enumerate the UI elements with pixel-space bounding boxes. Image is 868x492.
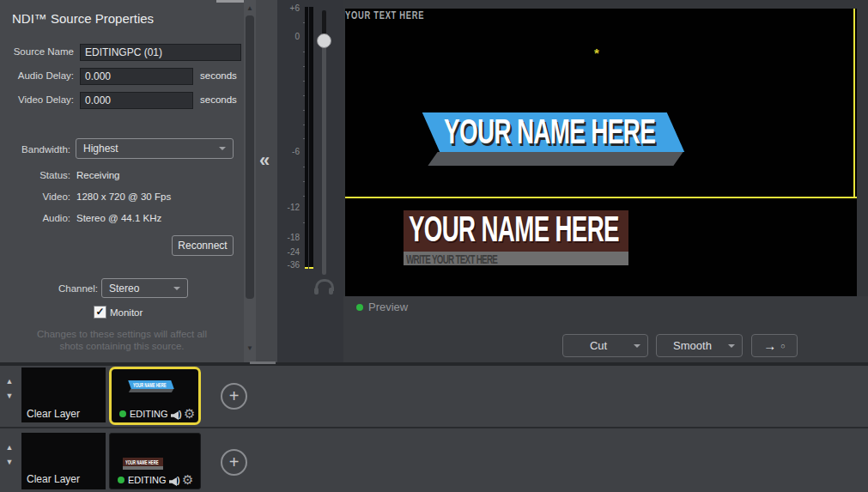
meter-label: +6 [277, 3, 300, 13]
clear-layer-shot[interactable]: Clear Layer [21, 433, 106, 489]
shot-label: EDITING [128, 475, 167, 487]
collapse-panel-icon[interactable]: « [259, 149, 270, 172]
video-info-label: Video: [0, 191, 70, 202]
scrollbar-up-icon[interactable]: ▲ [246, 4, 254, 12]
volume-slider-knob[interactable] [317, 33, 331, 48]
meter-label: -18 [277, 233, 300, 242]
video-delay-label: Video Delay: [0, 94, 74, 105]
app-window: NDI™ Source Properties Source Name Audio… [0, 0, 868, 492]
go-circle-icon: ○ [780, 342, 785, 350]
status-value: Receiving [76, 170, 120, 180]
shot-editingpc-selected[interactable]: YOUR NAME HERE EDITING ) ⚙ [109, 367, 201, 425]
volume-slider-track[interactable] [322, 39, 326, 275]
preview-label: Preview [368, 301, 408, 313]
video-delay-input[interactable] [80, 92, 193, 109]
clear-layer-label: Clear Layer [27, 408, 80, 420]
reconnect-button-label: Reconnect [178, 240, 227, 252]
audio-meter: +6 0 -6 -12 -18 -24 -36 [277, 0, 343, 362]
meter-label: -24 [277, 247, 300, 257]
meter-label: -12 [277, 203, 300, 212]
shot-editingpc[interactable]: YOUR NAME HERE EDITING ) ⚙ [109, 433, 201, 489]
meter-label: -36 [277, 260, 300, 270]
add-shot-button-layer2[interactable]: + [221, 449, 247, 476]
layer-row-divider [0, 427, 868, 428]
cut-button-label: Cut [563, 339, 634, 352]
channel-label: Channel: [24, 283, 98, 294]
audio-info-label: Audio: [0, 213, 70, 223]
blue-lower-third-subbar [428, 152, 683, 166]
transition-cut-button[interactable]: Cut [562, 334, 648, 357]
meter-label: -6 [277, 147, 300, 156]
layers-panel: ▲ ▼ Clear Layer YOUR NAME HERE EDITING )… [0, 366, 868, 492]
maroon-lower-third-title: YOUR NAME HERE [409, 212, 619, 246]
mini-maroon-banner-subbar [123, 466, 163, 470]
bandwidth-dropdown[interactable]: Highest [76, 138, 234, 159]
plus-icon: + [229, 386, 240, 405]
preview-status-dot [356, 304, 363, 311]
chevron-down-icon[interactable] [728, 344, 735, 348]
preview-toolbar: Preview Cut Smooth → ○ [343, 296, 868, 362]
meter-peak-right [309, 267, 313, 269]
gear-icon[interactable]: ⚙ [184, 408, 195, 421]
channel-value: Stereo [109, 282, 139, 295]
layer2-move-up-icon[interactable]: ▲ [4, 443, 15, 452]
collapse-strip: « [256, 0, 277, 362]
chevron-down-icon [219, 147, 226, 150]
chevron-down-icon[interactable] [634, 344, 640, 348]
panel-title: NDI™ Source Properties [12, 11, 154, 26]
transition-smooth-button[interactable]: Smooth [656, 334, 743, 357]
audio-info-value: Stereo @ 44.1 KHz [76, 213, 161, 223]
panel-scrollbar[interactable]: ▲ ▼ [244, 0, 256, 362]
settings-note-line1: Changes to these settings will affect al… [2, 329, 242, 339]
channel-dropdown[interactable]: Stereo [101, 278, 188, 298]
monitor-label: Monitor [110, 307, 143, 318]
meter-label: 0 [277, 32, 300, 41]
shot-label: EDITING [130, 409, 169, 421]
plus-icon: + [229, 453, 240, 471]
video-info-value: 1280 x 720 @ 30 Fps [76, 191, 171, 202]
source-name-label: Source Name [0, 46, 74, 57]
bandwidth-label: Bandwidth: [0, 144, 70, 155]
status-label: Status: [0, 170, 70, 180]
layer1-move-down-icon[interactable]: ▼ [4, 392, 15, 400]
preview-region: * YOUR NAME HERE YOUR TEXT HERE YOUR NAM… [343, 0, 868, 362]
speaker-icon[interactable]: ) [169, 477, 182, 487]
splitter-grip[interactable] [250, 361, 276, 364]
scrollbar-thumb[interactable] [246, 15, 254, 299]
monitor-checkbox[interactable]: ✓ [94, 306, 106, 319]
clear-layer-shot[interactable]: Clear Layer [21, 367, 106, 422]
audio-delay-input[interactable] [80, 68, 193, 85]
video-delay-unit: seconds [200, 94, 237, 105]
anchor-marker-icon[interactable]: * [594, 46, 599, 60]
speaker-icon[interactable]: ) [171, 410, 184, 421]
settings-note-line2: shots containing this source. [2, 341, 242, 351]
layer1-move-up-icon[interactable]: ▲ [4, 377, 15, 386]
gear-icon[interactable]: ⚙ [182, 474, 193, 487]
scrollbar-down-icon[interactable]: ▼ [246, 344, 254, 352]
audio-delay-label: Audio Delay: [0, 70, 74, 81]
chevron-down-icon [173, 287, 180, 290]
meter-bar-right [309, 7, 313, 267]
add-shot-button-layer1[interactable]: + [221, 383, 247, 410]
blue-lower-third-subtitle: YOUR TEXT HERE [345, 9, 713, 21]
ndi-source-properties-panel: NDI™ Source Properties Source Name Audio… [0, 0, 244, 362]
clear-layer-label: Clear Layer [27, 473, 80, 485]
blue-lower-third-title: YOUR NAME HERE [444, 115, 655, 148]
selection-border-right [853, 9, 855, 198]
reconnect-button[interactable]: Reconnect [172, 235, 234, 256]
shot-live-dot [118, 477, 124, 483]
preview-canvas[interactable]: * YOUR NAME HERE YOUR TEXT HERE YOUR NAM… [345, 9, 857, 296]
checkbox-check-icon: ✓ [95, 306, 104, 318]
meter-peak-left [305, 267, 308, 269]
headphones-icon[interactable] [314, 279, 335, 295]
maroon-lower-third-subtitle: WRITE YOUR TEXT HERE [406, 252, 497, 266]
bandwidth-value: Highest [83, 143, 118, 155]
layer2-move-down-icon[interactable]: ▼ [4, 458, 15, 466]
smooth-button-label: Smooth [657, 339, 728, 352]
selection-border-bottom [345, 197, 857, 198]
go-transition-button[interactable]: → ○ [751, 334, 798, 357]
source-name-input[interactable] [80, 44, 241, 61]
meter-bar-left [305, 7, 308, 267]
go-arrow-icon: → [763, 338, 776, 353]
audio-delay-unit: seconds [200, 70, 237, 81]
